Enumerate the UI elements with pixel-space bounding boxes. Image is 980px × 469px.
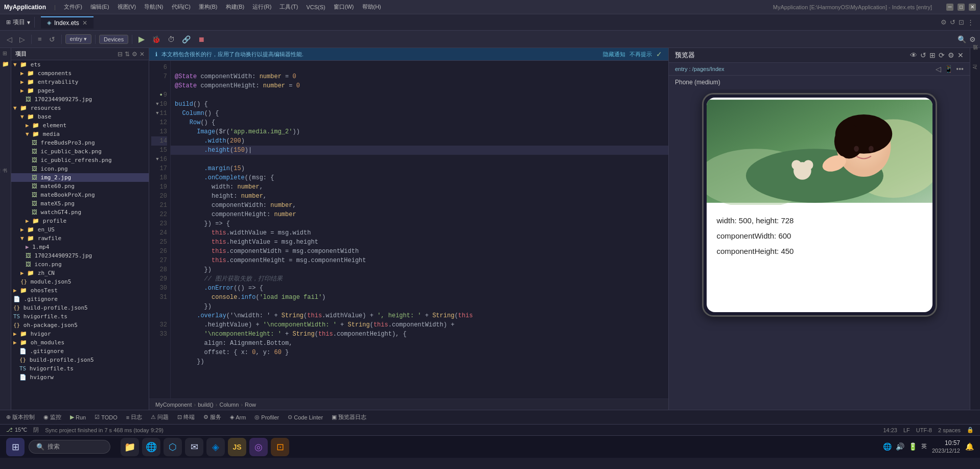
sidebar-bookmarks[interactable]: 书签 [0, 163, 9, 166]
tree-item-matex5[interactable]: 🖼 mateX5.png [11, 199, 149, 208]
volume-icon[interactable]: 🔊 [896, 442, 904, 451]
preview-phone-icon[interactable]: 📱 [944, 65, 953, 73]
bottom-tab-terminal[interactable]: ⊡ 终端 [173, 412, 199, 423]
menu-refactor[interactable]: 重构(B) [199, 3, 218, 11]
bottom-tab-todo[interactable]: ☑ TODO [90, 412, 122, 422]
tree-item-img-raw[interactable]: 🖼 1702344909275.jpg [11, 251, 149, 260]
sidebar-icon-1[interactable]: ⊞ [1, 50, 10, 57]
debug-btn[interactable]: 🐞 [149, 34, 163, 45]
tree-settings-btn[interactable]: ⚙ [132, 51, 137, 58]
menu-window[interactable]: 窗口(W) [334, 3, 354, 11]
tree-item-modulejson[interactable]: {} module.json5 [11, 277, 149, 286]
tree-item-en-us[interactable]: ▶ 📁 en_US [11, 225, 149, 234]
menu-nav[interactable]: 导航(N) [144, 3, 163, 11]
search-everywhere-btn[interactable]: 🔍 [958, 35, 966, 43]
tree-item-img2[interactable]: 🖼 img_2.jpg [11, 173, 149, 182]
taskbar-app-mail[interactable]: ✉ [185, 438, 203, 456]
breadcrumb-row[interactable]: Row [245, 402, 256, 408]
tree-item-element[interactable]: ▶ 📁 element [11, 121, 149, 130]
run-btn[interactable]: ▶ [136, 33, 147, 45]
tree-close-btn[interactable]: ✕ [139, 51, 145, 58]
taskbar-app-vscode[interactable]: ◈ [206, 438, 225, 456]
tree-item-hvigorfile[interactable]: TS hvigorfile.ts [11, 312, 149, 321]
sidebar-icon-2[interactable]: 📁 [1, 60, 10, 68]
toolbar-back-btn[interactable]: ◁ [4, 34, 15, 45]
menu-view[interactable]: 视图(V) [118, 3, 136, 11]
tree-item-matebook[interactable]: 🖼 mateBookProX.png [11, 191, 149, 199]
ai-tab[interactable]: AI [971, 60, 979, 73]
bottom-tab-arm[interactable]: ◈ Arm [226, 412, 250, 422]
tree-item-mate60[interactable]: 🖼 mate60.png [11, 182, 149, 191]
breadcrumb-build[interactable]: build() [198, 402, 214, 408]
bottom-tab-log[interactable]: ≡ 日志 [122, 412, 146, 423]
search-box[interactable]: 🔍 搜索 [29, 440, 110, 454]
tree-item-watchgt4[interactable]: 🖼 watchGT4.png [11, 208, 149, 217]
tree-item-ets[interactable]: ▼ 📁 ets [11, 60, 149, 69]
taskbar-app-purple[interactable]: ◎ [249, 438, 268, 456]
bottom-tab-version-control[interactable]: ⊕ 版本控制 [2, 412, 39, 423]
bottom-tab-previewlog[interactable]: ▣ 预览器日志 [328, 412, 370, 423]
tree-item-entryability[interactable]: ▶ 📁 entryability [11, 78, 149, 86]
tree-item-freebuds[interactable]: 🖼 freeBudsPro3.png [11, 138, 149, 147]
tree-item-hvigor[interactable]: ▶ 📁 hvigor [11, 330, 149, 338]
preview-settings-btn[interactable]: ⚙ [948, 51, 954, 59]
toolbar-refresh-btn[interactable]: ↺ [46, 34, 58, 45]
eng-lang[interactable]: 英 [921, 442, 927, 451]
stop-btn[interactable]: ⏹ [195, 34, 207, 45]
tree-item-buildprofile2[interactable]: {} build-profile.json5 [11, 356, 149, 364]
entry-selector[interactable]: entry ▾ [65, 34, 92, 44]
win-minimize[interactable]: ─ [946, 4, 953, 11]
tree-item-media[interactable]: ▼ 📁 media [11, 130, 149, 138]
notification-icon[interactable]: 🔔 [965, 442, 974, 451]
tree-item-rawfile[interactable]: ▼ 📁 rawfile [11, 234, 149, 243]
devices-selector[interactable]: Devices [99, 35, 128, 44]
tree-item-ic-refresh[interactable]: 🖼 ic_public_refresh.png [11, 156, 149, 165]
menu-help[interactable]: 帮助(H) [362, 3, 381, 11]
editor-tab-index-ets[interactable]: ◈ Index.ets ✕ [41, 16, 94, 29]
tree-item-gitignore[interactable]: 📄 .gitignore [11, 295, 149, 303]
preview-nav-back[interactable]: ◁ [936, 65, 941, 73]
taskbar-app-dev[interactable]: ⊡ [271, 438, 289, 456]
toolbar-fold-btn[interactable]: ≡ [35, 34, 44, 44]
breadcrumb-mycomponent[interactable]: MyComponent [155, 402, 192, 408]
bottom-tab-profiler[interactable]: ◎ Profiler [250, 412, 283, 422]
bottom-tab-run[interactable]: ▶ Run [66, 412, 90, 422]
tree-item-base[interactable]: ▼ 📁 base [11, 112, 149, 121]
tree-sort-btn[interactable]: ⇅ [125, 51, 130, 58]
taskbar-app-js[interactable]: JS [228, 438, 246, 456]
breadcrumb-column[interactable]: Column [219, 402, 239, 408]
tree-item-icon-png[interactable]: 🖼 icon.png [11, 165, 149, 173]
tree-item-hvigorw[interactable]: 📄 hvigorw [11, 373, 149, 382]
taskbar-app-files[interactable]: 📁 [121, 438, 139, 456]
tree-item-img275[interactable]: 🖼 1702344909275.jpg [11, 95, 149, 104]
win-close[interactable]: ✕ [969, 4, 976, 11]
tree-item-icon-raw[interactable]: 🖼 icon.png [11, 260, 149, 269]
code-content[interactable]: @State componentWidth: number = 0 @State… [171, 61, 668, 398]
win-maximize[interactable]: □ [958, 4, 965, 11]
tree-item-gitignore2[interactable]: 📄 .gitignore [11, 347, 149, 356]
menu-build[interactable]: 构建(B) [226, 3, 245, 11]
tree-item-ohpackage[interactable]: {} oh-package.json5 [11, 321, 149, 330]
bottom-tab-services[interactable]: ⚙ 服务 [199, 412, 225, 423]
toolbar-fwd-btn[interactable]: ▷ [17, 34, 28, 45]
clock[interactable]: 10:57 2023/12/12 [932, 439, 960, 455]
bottom-tab-codelinter[interactable]: ⊙ Code Linter [284, 412, 327, 422]
preview-eye-btn[interactable]: 👁 [910, 51, 917, 59]
tree-item-ohostest[interactable]: ▶ 📁 ohosTest [11, 286, 149, 295]
settings-btn[interactable]: ⚙ [969, 35, 976, 43]
menu-edit[interactable]: 编辑(E) [90, 3, 109, 11]
attach-btn[interactable]: 🔗 [179, 34, 193, 45]
preview-close-btn[interactable]: ✕ [958, 51, 964, 59]
code-editor[interactable]: 6 7 ● 9 ▼ 10 ▼ 11 12 13 14 15 ▼ 16 17 18… [149, 61, 668, 398]
preview-more-btn[interactable]: ••• [956, 65, 964, 73]
taskbar-app-browser[interactable]: 🌐 [142, 438, 160, 456]
tree-item-hvigorfile2[interactable]: TS hvigorfile.ts [11, 364, 149, 373]
bottom-tab-problems[interactable]: ⚠ 问题 [147, 412, 173, 423]
tree-collapse-btn[interactable]: ⊟ [118, 51, 123, 58]
preview-sync-btn[interactable]: ⟳ [939, 51, 945, 59]
taskbar-app-edge[interactable]: ⬡ [164, 438, 182, 456]
settings-tool-btn[interactable]: ⚙ [941, 18, 947, 26]
preview-refresh-btn[interactable]: ↺ [920, 51, 926, 59]
menu-file[interactable]: 文件(F) [64, 3, 82, 11]
preview-layout-btn[interactable]: ⊞ [929, 51, 936, 59]
